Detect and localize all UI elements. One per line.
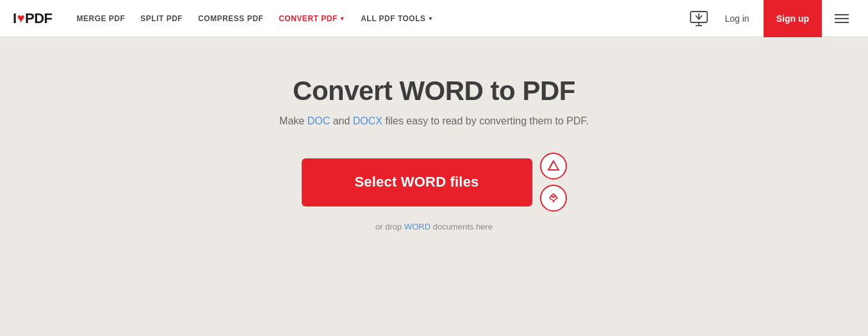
upload-area: Select WORD files [302,153,567,212]
nav-split-pdf[interactable]: SPLIT PDF [135,12,188,26]
page-subtitle: Make DOC and DOCX files easy to read by … [279,115,589,127]
desktop-download-button[interactable] [687,8,711,29]
svg-marker-4 [548,161,559,170]
subtitle-text-3: files easy to read by converting them to… [382,115,589,126]
svg-line-5 [550,161,553,168]
menu-bar-2 [835,18,849,19]
subtitle-doc: DOC [307,115,331,126]
logo[interactable]: I♥PDF [13,10,53,27]
google-drive-upload-button[interactable] [540,153,567,180]
main-nav: MERGE PDF SPLIT PDF COMPRESS PDF CONVERT… [72,12,439,26]
convert-pdf-dropdown-arrow: ▼ [340,15,345,22]
google-drive-icon [547,160,560,172]
menu-bar-1 [835,14,849,15]
cloud-upload-options [540,153,567,212]
main-content: Convert WORD to PDF Make DOC and DOCX fi… [0,37,868,231]
page-title: Convert WORD to PDF [293,76,575,106]
nav-convert-pdf-label: CONVERT PDF [279,14,338,23]
drop-text-word: WORD [404,222,430,231]
select-word-files-button[interactable]: Select WORD files [302,158,532,206]
drop-text-1: or drop [375,222,404,231]
svg-marker-7 [552,194,555,197]
logo-i: I [13,10,17,27]
drop-text-2: documents here [430,222,493,231]
dropbox-icon [547,192,560,205]
nav-merge-pdf[interactable]: MERGE PDF [72,12,131,26]
monitor-icon [690,11,708,26]
nav-compress-pdf[interactable]: COMPRESS PDF [193,12,268,26]
header-left: I♥PDF MERGE PDF SPLIT PDF COMPRESS PDF C… [13,10,439,27]
nav-all-pdf-tools-label: ALL PDF TOOLS [361,14,425,23]
drop-hint-text: or drop WORD documents here [375,222,493,231]
subtitle-docx: DOCX [353,115,382,126]
signup-button[interactable]: Sign up [764,0,822,37]
nav-convert-pdf[interactable]: CONVERT PDF ▼ [274,12,350,26]
logo-heart: ♥ [17,11,24,26]
all-pdf-tools-dropdown-arrow: ▼ [428,15,434,22]
nav-all-pdf-tools[interactable]: ALL PDF TOOLS ▼ [356,12,439,26]
site-header: I♥PDF MERGE PDF SPLIT PDF COMPRESS PDF C… [0,0,868,37]
header-right: Log in Sign up [687,0,855,37]
hamburger-menu-button[interactable] [828,11,855,26]
subtitle-text-2: and [330,115,353,126]
dropbox-upload-button[interactable] [540,185,567,212]
logo-pdf: PDF [25,10,53,27]
login-button[interactable]: Log in [717,10,757,28]
subtitle-text-1: Make [279,115,307,126]
menu-bar-3 [835,22,849,23]
